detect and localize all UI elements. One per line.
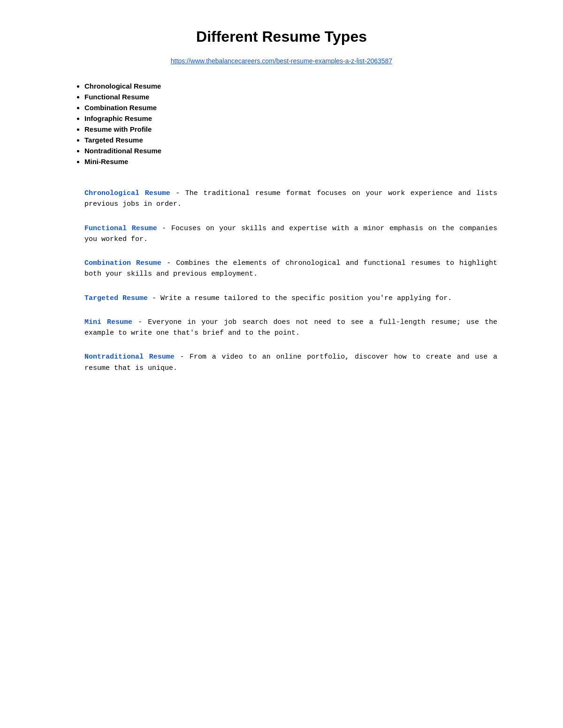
source-url-link[interactable]: https://www.thebalancecareers.com/best-r…	[171, 57, 392, 65]
desc-term-chronological: Chronological Resume	[84, 189, 170, 197]
bullet-item-targeted: Targeted Resume	[84, 136, 507, 144]
description-mini: Mini Resume - Everyone in your job searc…	[84, 317, 497, 339]
desc-term-mini: Mini Resume	[84, 318, 132, 326]
bullet-item-mini: Mini-Resume	[84, 158, 507, 165]
desc-term-functional: Functional Resume	[84, 225, 157, 233]
bullet-item-profile: Resume with Profile	[84, 125, 507, 133]
description-nontraditional: Nontraditional Resume - From a video to …	[84, 352, 497, 374]
descriptions-section: Chronological Resume - The traditional r…	[56, 188, 507, 374]
description-combination: Combination Resume - Combines the elemen…	[84, 258, 497, 280]
desc-term-combination: Combination Resume	[84, 259, 161, 267]
bullet-item-infographic: Infographic Resume	[84, 114, 507, 122]
description-targeted: Targeted Resume - Write a resume tailore…	[84, 293, 497, 304]
description-chronological: Chronological Resume - The traditional r…	[84, 188, 497, 210]
resume-types-list: Chronological ResumeFunctional ResumeCom…	[56, 82, 507, 165]
description-functional: Functional Resume - Focuses on your skil…	[84, 223, 497, 245]
bullet-item-chronological: Chronological Resume	[84, 82, 507, 90]
source-link-container: https://www.thebalancecareers.com/best-r…	[56, 57, 507, 65]
desc-text-targeted: - Write a resume tailored to the specifi…	[148, 294, 452, 302]
bullet-item-functional: Functional Resume	[84, 93, 507, 101]
desc-term-nontraditional: Nontraditional Resume	[84, 353, 175, 361]
bullet-item-nontraditional: Nontraditional Resume	[84, 147, 507, 155]
desc-term-targeted: Targeted Resume	[84, 294, 148, 302]
bullet-item-combination: Combination Resume	[84, 104, 507, 112]
page-title: Different Resume Types	[56, 28, 507, 45]
desc-text-mini: - Everyone in your job search does not n…	[84, 318, 497, 337]
